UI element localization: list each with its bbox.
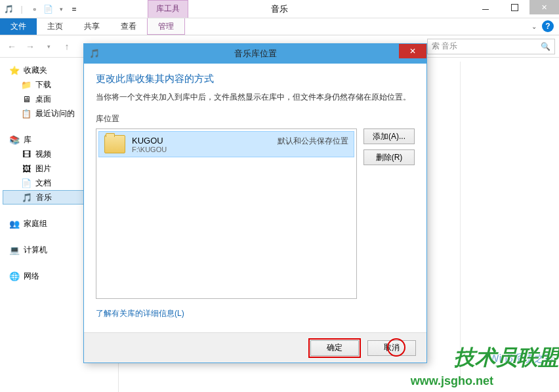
qat-dropdown-icon[interactable]: ▾ — [55, 3, 67, 15]
nav-history-dropdown[interactable]: ▾ — [41, 39, 56, 54]
folder-name: KUGOU — [132, 136, 167, 146]
help-icon[interactable]: ? — [542, 20, 554, 32]
cancel-button[interactable]: 取消 — [367, 340, 416, 356]
add-button[interactable]: 添加(A)... — [363, 128, 415, 144]
tab-view[interactable]: 查看 — [110, 18, 147, 35]
music-icon: 🎵 — [3, 3, 14, 15]
minimize-button[interactable] — [470, 0, 500, 14]
music-icon: 🎵 — [22, 192, 32, 203]
dialog-titlebar: 🎵 音乐库位置 ✕ — [84, 44, 426, 64]
nav-back-button[interactable]: ← — [4, 39, 20, 54]
library-icon: 📚 — [9, 134, 20, 145]
dialog-body: 更改此库收集其内容的方式 当你将一个文件夹加入到库中后，文件虽然显示在库中，但文… — [84, 64, 426, 332]
dialog-footer: 确定 取消 — [84, 332, 426, 363]
ribbon-tabs: 文件 主页 共享 查看 管理 ⌄ ? — [0, 18, 559, 35]
window-controls — [470, 0, 559, 14]
file-tab[interactable]: 文件 — [0, 18, 37, 35]
picture-icon: 🖼 — [21, 163, 31, 174]
video-icon: 🎞 — [21, 149, 31, 159]
dialog-close-button[interactable]: ✕ — [399, 44, 426, 58]
folder-icon — [104, 135, 125, 153]
close-button[interactable] — [529, 0, 559, 14]
list-item[interactable]: KUGOU F:\KUGOU 默认和公共保存位置 — [98, 131, 354, 157]
maximize-button[interactable] — [500, 0, 529, 14]
document-icon: 📄 — [21, 178, 31, 188]
tab-manage[interactable]: 管理 — [147, 18, 185, 35]
library-locations-dialog: 🎵 音乐库位置 ✕ 更改此库收集其内容的方式 当你将一个文件夹加入到库中后，文件… — [83, 43, 427, 363]
homegroup-icon: 👥 — [9, 218, 20, 229]
learn-more-link[interactable]: 了解有关库的详细信息(L) — [96, 308, 415, 319]
default-location-label: 默认和公共保存位置 — [278, 136, 348, 147]
new-folder-icon[interactable]: 📄 — [42, 3, 54, 15]
dialog-heading: 更改此库收集其内容的方式 — [96, 73, 415, 85]
search-icon: 🔍 — [541, 42, 550, 51]
folder-icon: 📁 — [21, 79, 31, 90]
window-titlebar: 🎵 | ▫ 📄 ▾ = 库工具 音乐 — [0, 0, 559, 18]
dialog-description: 当你将一个文件夹加入到库中后，文件虽然显示在库中，但文件本身仍然存储在原始位置。 — [96, 92, 415, 103]
network-icon: 🌐 — [9, 271, 20, 281]
computer-icon: 💻 — [9, 245, 20, 255]
library-locations-list[interactable]: KUGOU F:\KUGOU 默认和公共保存位置 — [96, 128, 357, 299]
contextual-tab-label: 库工具 — [148, 0, 188, 18]
recent-icon: 📋 — [21, 108, 31, 119]
list-label: 库位置 — [96, 113, 415, 125]
star-icon: ⭐ — [9, 65, 20, 75]
search-placeholder: 索 音乐 — [432, 41, 457, 52]
expand-ribbon-icon[interactable]: ⌄ — [531, 23, 537, 30]
nav-forward-button[interactable]: → — [22, 39, 38, 54]
window-title: 音乐 — [271, 3, 288, 15]
nav-up-button[interactable]: ↑ — [59, 39, 75, 54]
undo-icon[interactable]: = — [68, 3, 80, 15]
ok-highlight-annotation: 确定 — [308, 338, 361, 358]
search-input[interactable]: 索 音乐 🔍 — [427, 39, 555, 54]
tab-share[interactable]: 共享 — [73, 18, 110, 35]
music-icon: 🎵 — [89, 49, 100, 59]
qat-sep: | — [16, 3, 28, 15]
desktop-icon: 🖥 — [21, 94, 31, 104]
quick-access-toolbar: 🎵 | ▫ 📄 ▾ = — [0, 3, 80, 15]
dialog-title: 音乐库位置 — [234, 48, 277, 60]
folder-path: F:\KUGOU — [132, 146, 167, 153]
remove-button[interactable]: 删除(R) — [363, 149, 415, 165]
tab-home[interactable]: 主页 — [37, 18, 73, 35]
properties-icon[interactable]: ▫ — [29, 3, 41, 15]
ok-button[interactable]: 确定 — [310, 340, 359, 356]
